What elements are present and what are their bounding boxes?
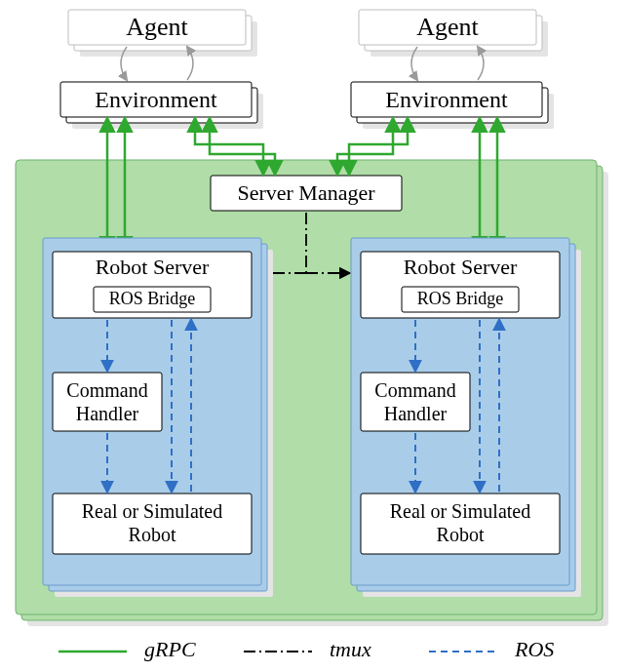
robot-right-l2: Robot xyxy=(437,524,485,545)
server-manager-label: Server Manager xyxy=(237,180,375,205)
ros-bridge-left-label: ROS Bridge xyxy=(109,289,196,308)
agent-left-stack: Agent xyxy=(68,10,257,57)
robot-server-left-label: Robot Server xyxy=(96,255,210,279)
robot-left-l1: Real or Simulated xyxy=(82,500,222,522)
cmd-handler-right-l2: Handler xyxy=(384,403,448,424)
agent-right-label: Agent xyxy=(416,13,479,41)
env-left-label: Environment xyxy=(95,87,217,112)
robot-left-l2: Robot xyxy=(129,524,176,545)
cmd-handler-right-l1: Command xyxy=(374,379,455,401)
robot-server-left-box: Robot Server ROS Bridge xyxy=(53,252,252,318)
cmd-handler-right-box: Command Handler xyxy=(361,373,470,431)
cmd-handler-left-l1: Command xyxy=(66,379,147,401)
cmd-handler-left-box: Command Handler xyxy=(53,373,162,431)
robot-server-right-box: Robot Server ROS Bridge xyxy=(361,252,560,318)
legend-grpc-label: gRPC xyxy=(144,637,196,661)
robot-server-right-label: Robot Server xyxy=(404,255,518,279)
env-right-stack: Environment xyxy=(351,82,554,129)
env-left-stack: Environment xyxy=(60,82,263,129)
env-right-label: Environment xyxy=(385,87,508,112)
cmd-handler-left-l2: Handler xyxy=(76,403,139,424)
robot-left-box: Real or Simulated Robot xyxy=(53,494,252,554)
legend: gRPC tmux ROS xyxy=(58,637,554,661)
legend-ros-label: ROS xyxy=(514,637,554,661)
ros-bridge-right-label: ROS Bridge xyxy=(417,289,504,308)
legend-tmux-label: tmux xyxy=(330,637,371,661)
agent-left-label: Agent xyxy=(126,13,188,41)
robot-right-l1: Real or Simulated xyxy=(390,500,530,522)
robot-right-box: Real or Simulated Robot xyxy=(361,494,560,554)
server-manager-box: Server Manager xyxy=(211,176,402,211)
agent-right-stack: Agent xyxy=(359,10,548,57)
